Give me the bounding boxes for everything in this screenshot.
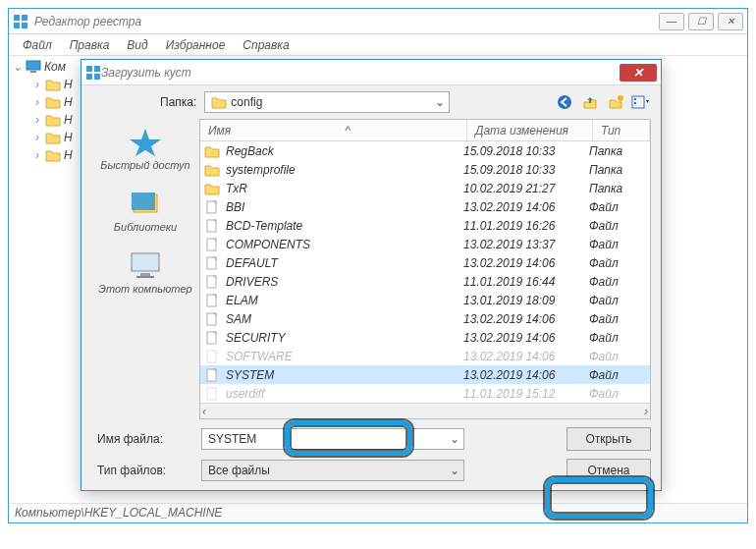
file-row[interactable]: SOFTWARE13.02.2019 14:06Файл	[200, 347, 650, 365]
cancel-button[interactable]: Отмена	[567, 459, 651, 482]
file-row[interactable]: SYSTEM13.02.2019 14:06Файл	[200, 365, 650, 384]
file-type: Папка	[589, 144, 646, 158]
file-icon	[204, 275, 220, 289]
svg-rect-23	[207, 239, 216, 250]
dialog-title: Загрузить куст	[101, 66, 620, 80]
folder-combo[interactable]: config ⌄	[204, 91, 450, 113]
col-type[interactable]: Тип	[593, 120, 650, 140]
regedit-icon	[13, 14, 28, 29]
file-list-rows[interactable]: RegBack15.09.2018 10:33Папкаsystemprofil…	[200, 141, 650, 403]
svg-rect-21	[207, 201, 216, 213]
file-row[interactable]: DRIVERS11.01.2019 16:44Файл	[200, 272, 650, 291]
col-name[interactable]: Имя^	[200, 120, 467, 140]
folder-icon	[204, 144, 220, 158]
expand-icon[interactable]: ›	[32, 78, 42, 91]
file-name: SAM	[224, 312, 463, 326]
svg-rect-19	[140, 273, 150, 276]
file-icon	[204, 256, 220, 270]
file-row[interactable]: BBI13.02.2019 14:06Файл	[200, 197, 650, 216]
maximize-button[interactable]: ☐	[688, 13, 714, 30]
place-libraries[interactable]: Библиотеки	[114, 189, 177, 233]
file-row[interactable]: RegBack15.09.2018 10:33Папка	[200, 141, 650, 160]
file-name: TxR	[224, 182, 463, 195]
sort-asc-icon: ^	[345, 124, 351, 137]
view-menu-icon[interactable]	[631, 92, 651, 112]
file-row[interactable]: SAM13.02.2019 14:06Файл	[200, 309, 650, 328]
scroll-right-icon[interactable]: ›	[644, 405, 648, 418]
collapse-icon[interactable]: ⌄	[13, 60, 23, 74]
file-date: 15.09.2018 10:33	[463, 144, 589, 158]
file-row[interactable]: systemprofile15.09.2018 10:33Папка	[200, 160, 650, 179]
file-row[interactable]: SECURITY13.02.2019 14:06Файл	[200, 328, 650, 347]
up-icon[interactable]	[580, 92, 600, 112]
dialog-middle: Быстрый доступ Библиотеки Этот компьютер…	[81, 119, 661, 419]
file-icon	[204, 219, 220, 233]
load-hive-dialog: Загрузить куст ✕ Папка: config ⌄	[81, 59, 662, 491]
expand-icon[interactable]: ›	[32, 148, 42, 162]
open-button[interactable]: Открыть	[567, 427, 651, 451]
file-type: Файл	[589, 238, 646, 251]
dialog-toolbar	[555, 92, 651, 112]
back-icon[interactable]	[555, 92, 574, 112]
menu-file[interactable]: Файл	[15, 36, 60, 54]
folder-icon	[45, 113, 61, 127]
places-bar: Быстрый доступ Библиотеки Этот компьютер	[91, 119, 199, 419]
file-date: 13.02.2019 14:06	[463, 312, 589, 326]
place-label: Быстрый доступ	[100, 159, 189, 171]
file-row[interactable]: ELAM13.01.2019 18:09Файл	[200, 291, 650, 309]
expand-icon[interactable]: ›	[32, 95, 42, 109]
menu-view[interactable]: Вид	[119, 36, 155, 54]
dialog-close-button[interactable]: ✕	[620, 64, 657, 82]
file-name: BBI	[224, 200, 463, 214]
svg-rect-7	[94, 66, 100, 72]
filename-input[interactable]: SYSTEM ⌄	[201, 428, 464, 450]
file-icon	[204, 200, 220, 214]
file-type: Файл	[589, 368, 646, 382]
place-this-pc[interactable]: Этот компьютер	[98, 250, 191, 295]
expand-icon[interactable]: ›	[32, 113, 42, 127]
file-name: DEFAULT	[224, 256, 463, 270]
scroll-left-icon[interactable]: ‹	[202, 405, 206, 418]
file-type: Папка	[589, 163, 646, 177]
chevron-down-icon: ⌄	[450, 464, 459, 477]
place-label: Этот компьютер	[98, 283, 191, 295]
svg-rect-30	[207, 369, 216, 381]
file-type: Файл	[589, 387, 646, 401]
filename-row: Имя файла: SYSTEM ⌄ Открыть	[91, 427, 651, 451]
star-icon	[128, 127, 163, 156]
svg-point-10	[558, 95, 571, 109]
dialog-bottom: Имя файла: SYSTEM ⌄ Открыть Тип файлов: …	[81, 419, 661, 502]
place-label: Библиотеки	[114, 221, 177, 233]
filetype-row: Тип файлов: Все файлы ⌄ Отмена	[91, 459, 651, 482]
file-row[interactable]: TxR10.02.2019 21:27Папка	[200, 179, 650, 197]
col-date[interactable]: Дата изменения	[467, 120, 593, 140]
filetype-label: Тип файлов:	[91, 464, 201, 477]
minimize-button[interactable]: —	[659, 13, 684, 30]
menu-edit[interactable]: Правка	[62, 36, 118, 54]
svg-marker-15	[130, 129, 161, 156]
svg-rect-27	[207, 313, 216, 325]
file-row[interactable]: DEFAULT13.02.2019 14:06Файл	[200, 253, 650, 272]
file-icon	[204, 331, 220, 345]
new-folder-icon[interactable]	[606, 92, 625, 112]
folder-icon	[45, 148, 61, 162]
expand-icon[interactable]: ›	[32, 131, 42, 144]
file-type: Файл	[589, 350, 646, 363]
file-row[interactable]: COMPONENTS13.02.2019 13:37Файл	[200, 235, 650, 253]
file-row[interactable]: userdiff11.01.2019 15:12Файл	[200, 384, 650, 403]
dialog-body: Папка: config ⌄ Быстрый доступ	[81, 85, 661, 490]
close-button[interactable]: ✕	[718, 13, 743, 30]
file-date: 15.09.2018 10:33	[463, 163, 589, 177]
file-type: Файл	[589, 200, 646, 214]
svg-rect-12	[632, 96, 644, 108]
file-icon	[204, 238, 220, 251]
svg-point-11	[618, 95, 623, 101]
computer-icon	[26, 60, 41, 74]
place-quick-access[interactable]: Быстрый доступ	[100, 127, 189, 171]
horizontal-scrollbar[interactable]: ‹ ›	[200, 403, 650, 418]
menu-favorites[interactable]: Избранное	[158, 36, 234, 54]
file-row[interactable]: BCD-Template11.01.2019 16:26Файл	[200, 216, 650, 235]
svg-rect-20	[136, 276, 154, 278]
filetype-combo[interactable]: Все файлы ⌄	[201, 460, 464, 481]
menu-help[interactable]: Справка	[235, 36, 297, 54]
